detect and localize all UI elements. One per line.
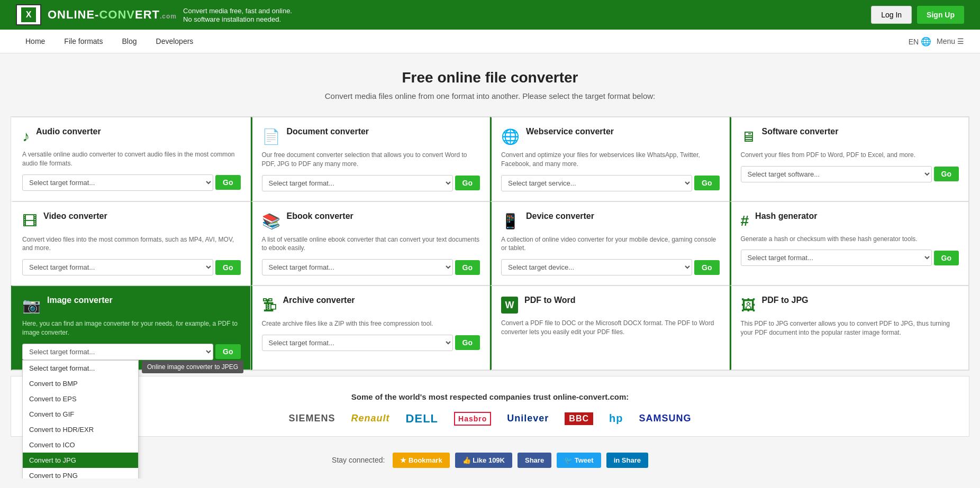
- archive-header: 🗜 Archive converter: [262, 296, 480, 314]
- share-fb-button[interactable]: Share: [518, 453, 551, 468]
- dd-gif[interactable]: Convert to GIF: [23, 407, 138, 422]
- document-title: Document converter: [287, 127, 369, 136]
- device-desc: A collection of online video converter f…: [501, 235, 720, 253]
- header-buttons: Log In Sign Up: [871, 6, 964, 24]
- image-go-button[interactable]: Go: [215, 344, 240, 359]
- audio-header: ♪ Audio converter: [22, 127, 241, 145]
- software-icon: 🖥: [741, 128, 756, 145]
- webservice-title: Webservice converter: [526, 127, 614, 136]
- bookmark-button[interactable]: ★ Bookmark: [393, 453, 449, 468]
- pdftoword-icon: W: [501, 297, 518, 314]
- nav-right: EN 🌐 Menu ☰: [909, 36, 964, 47]
- brand-samsung: SAMSUNG: [639, 413, 691, 424]
- globe-icon: 🌐: [921, 37, 931, 46]
- video-desc: Convert video files into the most common…: [22, 235, 241, 253]
- dd-jpg[interactable]: Convert to JPG: [23, 453, 138, 468]
- login-button[interactable]: Log In: [871, 6, 912, 24]
- ebook-select-row: Select target format... Go: [262, 259, 480, 275]
- converter-document: 📄 Document converter Our free document c…: [251, 117, 491, 201]
- hero-title: Free online file converter: [11, 69, 969, 86]
- webservice-select-row: Select target service... Go: [501, 175, 720, 191]
- header: X ONLINE-CONVERT.com Convert media free,…: [0, 0, 980, 30]
- image-title: Image converter: [47, 296, 113, 305]
- logo-icon: X: [21, 7, 36, 22]
- video-select[interactable]: Select target format...: [22, 259, 213, 275]
- trust-section: Some of the world's most respected compa…: [11, 376, 969, 437]
- device-select[interactable]: Select target device...: [501, 259, 692, 275]
- dd-ico[interactable]: Convert to ICO: [23, 437, 138, 453]
- dd-hdr[interactable]: Convert to HDR/EXR: [23, 422, 138, 437]
- dd-eps[interactable]: Convert to EPS: [23, 391, 138, 407]
- like-button[interactable]: 👍 Like 109K: [455, 453, 512, 468]
- document-select-row: Select target format... Go: [262, 175, 480, 191]
- hash-select[interactable]: Select target format...: [741, 250, 932, 266]
- nav-file-formats[interactable]: File formats: [55, 30, 112, 53]
- share-li-button[interactable]: in Share: [606, 453, 648, 468]
- converter-archive: 🗜 Archive converter Create archive files…: [251, 286, 491, 370]
- archive-go-button[interactable]: Go: [455, 335, 480, 350]
- nav-developers[interactable]: Developers: [147, 30, 203, 53]
- dd-bmp[interactable]: Convert to BMP: [23, 376, 138, 391]
- audio-icon: ♪: [22, 128, 30, 145]
- image-icon: 📷: [22, 297, 41, 314]
- converter-device: 📱 Device converter A collection of onlin…: [490, 201, 730, 286]
- image-desc: Here, you can find an image converter fo…: [22, 319, 241, 337]
- document-header: 📄 Document converter: [262, 127, 480, 145]
- webservice-header: 🌐 Webservice converter: [501, 127, 720, 145]
- logo-box: X: [16, 4, 41, 25]
- audio-go-button[interactable]: Go: [215, 175, 240, 190]
- software-select[interactable]: Select target software...: [741, 166, 932, 182]
- audio-title: Audio converter: [36, 127, 101, 136]
- logo-text: ONLINE-CONVERT.com: [48, 8, 177, 22]
- audio-select-row: Select target format... Go: [22, 174, 241, 191]
- tagline: Convert media free, fast and online. No …: [183, 6, 292, 24]
- webservice-select[interactable]: Select target service...: [501, 175, 692, 191]
- converter-audio: ♪ Audio converter A versatile online aud…: [11, 117, 251, 201]
- converter-ebook: 📚 Ebook converter A list of versatile on…: [251, 201, 491, 286]
- archive-desc: Create archive files like a ZIP with thi…: [262, 319, 480, 328]
- hash-title: Hash generator: [755, 211, 817, 221]
- document-go-button[interactable]: Go: [455, 176, 480, 190]
- webservice-go-button[interactable]: Go: [694, 176, 719, 190]
- dd-select-placeholder[interactable]: Select target format...: [23, 361, 138, 376]
- ebook-icon: 📚: [262, 213, 280, 230]
- converter-grid: ♪ Audio converter A versatile online aud…: [11, 116, 969, 371]
- social-row: Stay connected: ★ Bookmark 👍 Like 109K S…: [0, 442, 980, 478]
- device-select-row: Select target device... Go: [501, 259, 720, 275]
- document-desc: Our free document converter selection th…: [262, 151, 480, 169]
- ebook-title: Ebook converter: [287, 211, 353, 221]
- nav-blog[interactable]: Blog: [112, 30, 146, 53]
- device-go-button[interactable]: Go: [694, 260, 719, 275]
- converter-pdftoword: W PDF to Word Convert a PDF file to DOC …: [490, 286, 730, 370]
- image-select[interactable]: Select target format...: [22, 344, 213, 360]
- signup-button[interactable]: Sign Up: [917, 6, 964, 24]
- hash-go-button[interactable]: Go: [934, 251, 959, 265]
- social-label: Stay connected:: [332, 456, 385, 464]
- software-go-button[interactable]: Go: [934, 167, 959, 181]
- dd-png[interactable]: Convert to PNG: [23, 468, 138, 478]
- brand-dell: DELL: [406, 412, 438, 426]
- ebook-desc: A list of versatile online ebook convert…: [262, 235, 480, 253]
- device-title: Device converter: [526, 211, 594, 221]
- menu-button[interactable]: Menu ☰: [937, 37, 964, 45]
- language-selector[interactable]: EN 🌐: [909, 36, 931, 47]
- document-select[interactable]: Select target format...: [262, 175, 453, 191]
- archive-select[interactable]: Select target format...: [262, 335, 453, 351]
- webservice-desc: Convert and optimize your files for webs…: [501, 151, 720, 169]
- video-go-button[interactable]: Go: [215, 260, 240, 275]
- audio-select[interactable]: Select target format...: [22, 174, 213, 191]
- software-header: 🖥 Software converter: [741, 127, 959, 145]
- hash-desc: Generate a hash or checksum with these h…: [741, 235, 959, 244]
- ebook-select[interactable]: Select target format...: [262, 259, 453, 275]
- converter-video: 🎞 Video converter Convert video files in…: [11, 201, 251, 286]
- pdftoword-desc: Convert a PDF file to DOC or the Microso…: [501, 319, 720, 337]
- ebook-go-button[interactable]: Go: [455, 260, 480, 275]
- device-icon: 📱: [501, 213, 520, 230]
- tweet-button[interactable]: 🐦 Tweet: [557, 453, 601, 468]
- converter-image: 📷 Image converter Here, you can find an …: [11, 286, 251, 370]
- software-select-row: Select target software... Go: [741, 166, 959, 182]
- hero-subtitle: Convert media files online from one form…: [11, 91, 969, 100]
- video-title: Video converter: [43, 211, 107, 221]
- trust-heading: Some of the world's most respected compa…: [22, 392, 958, 401]
- nav-home[interactable]: Home: [16, 30, 55, 53]
